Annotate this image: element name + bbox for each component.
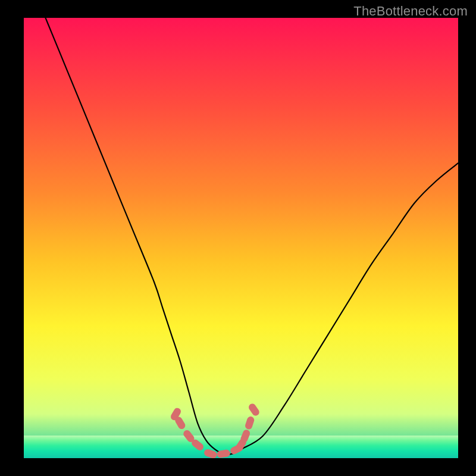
curve-layer <box>24 18 458 458</box>
bottleneck-curve <box>46 18 459 455</box>
marker-blob <box>248 402 261 417</box>
marker-blob <box>244 415 255 430</box>
chart-frame: TheBottleneck.com <box>0 0 476 476</box>
watermark-text: TheBottleneck.com <box>353 4 468 19</box>
marker-blob <box>217 449 231 458</box>
plot-area <box>24 18 458 458</box>
